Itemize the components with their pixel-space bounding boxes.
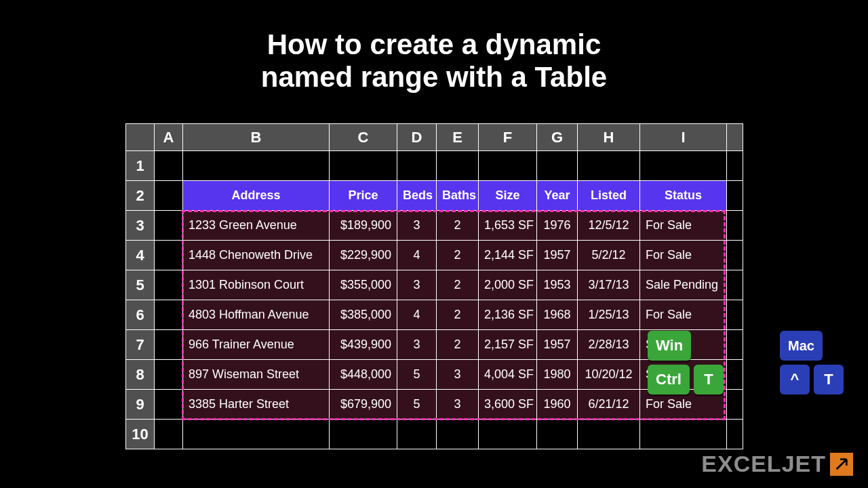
col-header-A[interactable]: A [155, 124, 183, 151]
cell-status[interactable]: Sale Pending [640, 270, 727, 300]
cell-size[interactable]: 2,136 SF [479, 300, 537, 330]
row-header-4[interactable]: 4 [126, 241, 155, 270]
cell-baths[interactable]: 2 [437, 241, 479, 270]
cell-listed[interactable]: 5/2/12 [578, 241, 640, 270]
cell-C10[interactable] [330, 420, 397, 449]
cell-beds[interactable]: 5 [397, 390, 437, 420]
cell-baths[interactable]: 2 [437, 300, 479, 330]
cell-year[interactable]: 1980 [537, 360, 578, 390]
header-price[interactable]: Price [330, 181, 397, 211]
col-header-D[interactable]: D [397, 124, 437, 151]
row-header-7[interactable]: 7 [126, 330, 155, 360]
cell-A10[interactable] [155, 420, 183, 449]
col-header-I[interactable]: I [640, 124, 727, 151]
cell-beds[interactable]: 3 [397, 330, 437, 360]
cell-beds[interactable]: 3 [397, 270, 437, 300]
cell-size[interactable]: 2,000 SF [479, 270, 537, 300]
cell-A6[interactable] [155, 300, 183, 330]
cell-A7[interactable] [155, 330, 183, 360]
cell-year[interactable]: 1953 [537, 270, 578, 300]
header-listed[interactable]: Listed [578, 181, 640, 211]
cell-price[interactable]: $679,900 [330, 390, 397, 420]
cell-year[interactable]: 1976 [537, 211, 578, 241]
cell-G10[interactable] [537, 420, 578, 449]
cell-J3[interactable] [727, 211, 743, 241]
cell-year[interactable]: 1960 [537, 390, 578, 420]
cell-A8[interactable] [155, 360, 183, 390]
cell-I1[interactable] [640, 151, 727, 181]
cell-baths[interactable]: 3 [437, 360, 479, 390]
cell-size[interactable]: 3,600 SF [479, 390, 537, 420]
cell-price[interactable]: $189,900 [330, 211, 397, 241]
cell-baths[interactable]: 2 [437, 330, 479, 360]
cell-listed[interactable]: 2/28/13 [578, 330, 640, 360]
cell-address[interactable]: 4803 Hoffman Avenue [183, 300, 330, 330]
cell-price[interactable]: $385,000 [330, 300, 397, 330]
cell-H1[interactable] [578, 151, 640, 181]
cell-A4[interactable] [155, 241, 183, 270]
cell-listed[interactable]: 12/5/12 [578, 211, 640, 241]
cell-size[interactable]: 4,004 SF [479, 360, 537, 390]
cell-price[interactable]: $355,000 [330, 270, 397, 300]
cell-A2[interactable] [155, 181, 183, 211]
cell-B1[interactable] [183, 151, 330, 181]
cell-listed[interactable]: 3/17/13 [578, 270, 640, 300]
cell-beds[interactable]: 4 [397, 300, 437, 330]
cell-A9[interactable] [155, 390, 183, 420]
cell-J8[interactable] [727, 360, 743, 390]
cell-baths[interactable]: 2 [437, 211, 479, 241]
cell-listed[interactable]: 1/25/13 [578, 300, 640, 330]
cell-J9[interactable] [727, 390, 743, 420]
col-header-C[interactable]: C [330, 124, 397, 151]
cell-address[interactable]: 3385 Harter Street [183, 390, 330, 420]
col-header-blank[interactable] [727, 124, 743, 151]
cell-size[interactable]: 1,653 SF [479, 211, 537, 241]
col-header-B[interactable]: B [183, 124, 330, 151]
cell-beds[interactable]: 3 [397, 211, 437, 241]
cell-address[interactable]: 1301 Robinson Court [183, 270, 330, 300]
header-year[interactable]: Year [537, 181, 578, 211]
cell-D1[interactable] [397, 151, 437, 181]
cell-address[interactable]: 1448 Chenoweth Drive [183, 241, 330, 270]
cell-year[interactable]: 1957 [537, 241, 578, 270]
row-header-5[interactable]: 5 [126, 270, 155, 300]
cell-size[interactable]: 2,157 SF [479, 330, 537, 360]
row-header-10[interactable]: 10 [126, 420, 155, 449]
header-beds[interactable]: Beds [397, 181, 437, 211]
cell-E1[interactable] [437, 151, 479, 181]
col-header-F[interactable]: F [479, 124, 537, 151]
cell-D10[interactable] [397, 420, 437, 449]
cell-A3[interactable] [155, 211, 183, 241]
row-header-2[interactable]: 2 [126, 181, 155, 211]
cell-H10[interactable] [578, 420, 640, 449]
cell-A5[interactable] [155, 270, 183, 300]
cell-price[interactable]: $229,900 [330, 241, 397, 270]
row-header-9[interactable]: 9 [126, 390, 155, 420]
cell-J1[interactable] [727, 151, 743, 181]
cell-J7[interactable] [727, 330, 743, 360]
cell-J2[interactable] [727, 181, 743, 211]
cell-year[interactable]: 1968 [537, 300, 578, 330]
cell-status[interactable]: For Sale [640, 300, 727, 330]
cell-address[interactable]: 897 Wiseman Street [183, 360, 330, 390]
row-header-6[interactable]: 6 [126, 300, 155, 330]
cell-J4[interactable] [727, 241, 743, 270]
cell-price[interactable]: $439,900 [330, 330, 397, 360]
header-baths[interactable]: Baths [437, 181, 479, 211]
cell-F1[interactable] [479, 151, 537, 181]
cell-listed[interactable]: 10/20/12 [578, 360, 640, 390]
row-header-1[interactable]: 1 [126, 151, 155, 181]
select-all-corner[interactable] [126, 124, 155, 151]
header-status[interactable]: Status [640, 181, 727, 211]
cell-J10[interactable] [727, 420, 743, 449]
cell-E10[interactable] [437, 420, 479, 449]
cell-I10[interactable] [640, 420, 727, 449]
cell-B10[interactable] [183, 420, 330, 449]
row-header-8[interactable]: 8 [126, 360, 155, 390]
header-address[interactable]: Address [183, 181, 330, 211]
cell-year[interactable]: 1957 [537, 330, 578, 360]
cell-J6[interactable] [727, 300, 743, 330]
cell-G1[interactable] [537, 151, 578, 181]
col-header-G[interactable]: G [537, 124, 578, 151]
cell-size[interactable]: 2,144 SF [479, 241, 537, 270]
